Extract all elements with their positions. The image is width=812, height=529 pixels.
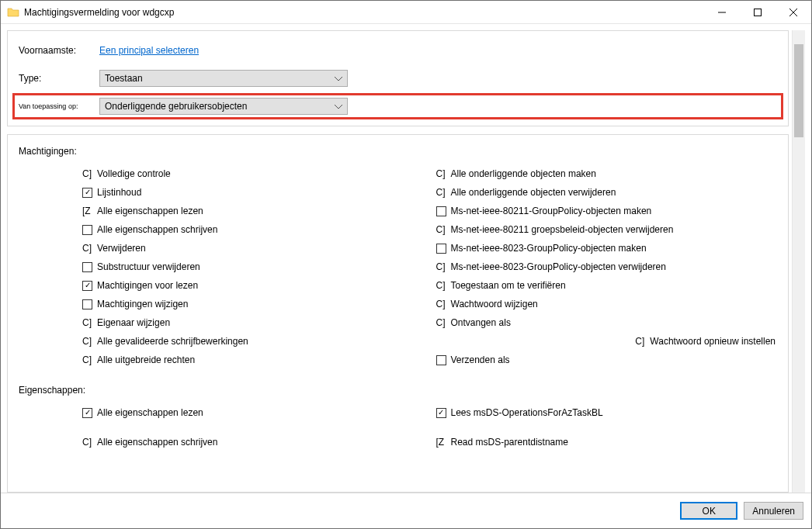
permission-item: C]Wachtwoord wijzigen: [436, 295, 783, 313]
type-combo[interactable]: Toestaan: [99, 70, 348, 87]
tristate-icon: C]: [82, 354, 92, 365]
tristate-icon: C]: [436, 261, 446, 272]
checkbox-icon[interactable]: [82, 262, 92, 272]
tristate-icon: C]: [436, 187, 446, 198]
type-label: Type:: [19, 73, 99, 84]
permission-item: C]Alle onderliggende objecten verwijdere…: [436, 183, 783, 202]
checkbox-icon[interactable]: [82, 281, 92, 291]
applies-to-combo-text: Onderliggende gebruikersobjecten: [105, 101, 335, 112]
maximize-button[interactable]: [740, 1, 776, 24]
permission-item: [ZRead msDS-parentdistname: [436, 433, 783, 451]
titlebar: Machtigingsvermelding voor wdgcxp: [1, 1, 811, 24]
checkbox-icon[interactable]: [436, 244, 446, 254]
permission-checkbox-item[interactable]: Machtigingen voor lezen: [82, 276, 429, 295]
properties-title: Eigenschappen:: [19, 385, 782, 396]
tristate-icon: C]: [82, 168, 92, 179]
permissions-title: Machtigingen:: [19, 146, 782, 157]
checkbox-icon[interactable]: [82, 408, 92, 418]
permission-checkbox-item[interactable]: Ms-net-ieee-8023-GroupPolicy-objecten ma…: [436, 239, 783, 258]
permission-label: Ms-net-ieee-8023-GroupPolicy-objecten ma…: [451, 243, 647, 254]
permission-label: Machtigingen wijzigen: [97, 299, 188, 309]
permission-item: C]Ms-net-ieee-80211 groepsbeleid-objecte…: [436, 220, 783, 239]
applies-to-combo[interactable]: Onderliggende gebruikersobjecten: [99, 98, 348, 115]
permission-label: Machtigingen voor lezen: [97, 280, 198, 291]
tristate-icon: C]: [436, 317, 446, 328]
chevron-down-icon: [335, 101, 342, 112]
permission-label: Verwijderen: [97, 243, 146, 254]
checkbox-icon[interactable]: [82, 225, 92, 235]
ok-button[interactable]: OK: [680, 502, 737, 520]
permission-item: C]Wachtwoord opnieuw instellen: [635, 332, 782, 351]
permission-item: C]Alle onderliggende objecten maken: [436, 164, 783, 183]
permission-checkbox-item[interactable]: Alle eigenschappen schrijven: [82, 220, 429, 239]
tristate-icon: C]: [436, 280, 446, 291]
vertical-scrollbar[interactable]: [792, 30, 805, 493]
permission-checkbox-item[interactable]: Machtigingen wijzigen: [82, 295, 429, 313]
permission-label: Alle eigenschappen lezen: [97, 206, 203, 216]
checkbox-icon[interactable]: [436, 408, 446, 418]
principal-label: Voornaamste:: [19, 45, 99, 56]
tristate-icon: [Z: [82, 206, 92, 216]
permission-item: C]Eigenaar wijzigen: [82, 313, 429, 332]
permission-checkbox-item[interactable]: Alle eigenschappen lezen: [82, 403, 429, 422]
permission-checkbox-item[interactable]: Lees msDS-OperationsForAzTaskBL: [436, 403, 783, 422]
top-panel: Voornaamste: Een principal selecteren Ty…: [7, 30, 789, 126]
permission-label: Toegestaan om te verifiëren: [451, 280, 566, 291]
permission-label: Wachtwoord opnieuw instellen: [650, 336, 776, 347]
tristate-icon: C]: [635, 336, 645, 347]
permission-label: Verzenden als: [451, 354, 510, 365]
tristate-icon: [Z: [436, 437, 446, 448]
permission-label: Ms-net-ieee-80211 groepsbeleid-objecten …: [451, 224, 674, 235]
permission-label: Alle eigenschappen lezen: [97, 407, 203, 418]
permission-checkbox-item[interactable]: Verzenden als: [436, 351, 783, 369]
permission-label: Wachtwoord wijzigen: [451, 299, 538, 309]
dialog-footer: OK Annuleren: [1, 493, 811, 528]
folder-icon: [7, 6, 19, 19]
permission-label: Alle gevalideerde schrijfbewerkingen: [97, 336, 248, 347]
permission-label: Alle uitgebreide rechten: [97, 354, 195, 365]
permission-label: Alle eigenschappen schrijven: [97, 437, 217, 448]
chevron-down-icon: [335, 73, 342, 84]
permission-label: Volledige controle: [97, 168, 171, 179]
properties-grid: Alle eigenschappen lezenLees msDS-Operat…: [82, 403, 782, 451]
applies-to-label: Van toepassing op:: [19, 102, 99, 110]
tristate-icon: C]: [82, 336, 92, 347]
window-title: Machtigingsvermelding voor wdgcxp: [24, 7, 174, 18]
svg-rect-0: [755, 9, 762, 16]
permission-label: Ms-net-ieee-80211-GroupPolicy-objecten m…: [451, 206, 652, 216]
select-principal-link[interactable]: Een principal selecteren: [99, 45, 199, 56]
permission-label: Ms-net-ieee-8023-GroupPolicy-objecten ve…: [451, 261, 666, 272]
checkbox-icon[interactable]: [436, 355, 446, 365]
permission-item: C]Alle eigenschappen schrijven: [82, 433, 429, 451]
tristate-icon: C]: [82, 317, 92, 328]
minimize-button[interactable]: [704, 1, 740, 24]
permissions-panel: Machtigingen: C]Volledige controleC]Alle…: [7, 134, 789, 493]
tristate-icon: C]: [82, 437, 92, 448]
permission-item: C]Alle gevalideerde schrijfbewerkingen: [82, 332, 429, 351]
permission-item: C]Ms-net-ieee-8023-GroupPolicy-objecten …: [436, 258, 783, 276]
permission-item: C]Volledige controle: [82, 164, 429, 183]
permission-checkbox-item[interactable]: Ms-net-ieee-80211-GroupPolicy-objecten m…: [436, 202, 783, 220]
tristate-icon: C]: [436, 168, 446, 179]
permission-label: Ontvangen als: [451, 317, 511, 328]
permissions-grid: C]Volledige controleC]Alle onderliggende…: [82, 164, 782, 369]
permission-item: C]Verwijderen: [82, 239, 429, 258]
permission-label: Alle onderliggende objecten maken: [451, 168, 596, 179]
permission-checkbox-item[interactable]: Lijstinhoud: [82, 183, 429, 202]
permission-label: Substructuur verwijderen: [97, 261, 200, 272]
close-button[interactable]: [776, 1, 811, 24]
checkbox-icon[interactable]: [436, 206, 446, 216]
permission-label: Lees msDS-OperationsForAzTaskBL: [451, 407, 603, 418]
checkbox-icon[interactable]: [82, 188, 92, 198]
permission-item: [ZAlle eigenschappen lezen: [82, 202, 429, 220]
permission-item: C]Toegestaan om te verifiëren: [436, 276, 783, 295]
cancel-button[interactable]: Annuleren: [744, 502, 803, 520]
permission-label: Eigenaar wijzigen: [97, 317, 170, 328]
permission-label: Alle eigenschappen schrijven: [97, 224, 217, 235]
permission-label: Lijstinhoud: [97, 187, 141, 198]
tristate-icon: C]: [436, 224, 446, 235]
checkbox-icon[interactable]: [82, 299, 92, 309]
permission-item: C]Ontvangen als: [436, 313, 783, 332]
permission-checkbox-item[interactable]: Substructuur verwijderen: [82, 258, 429, 276]
type-combo-text: Toestaan: [105, 73, 335, 84]
